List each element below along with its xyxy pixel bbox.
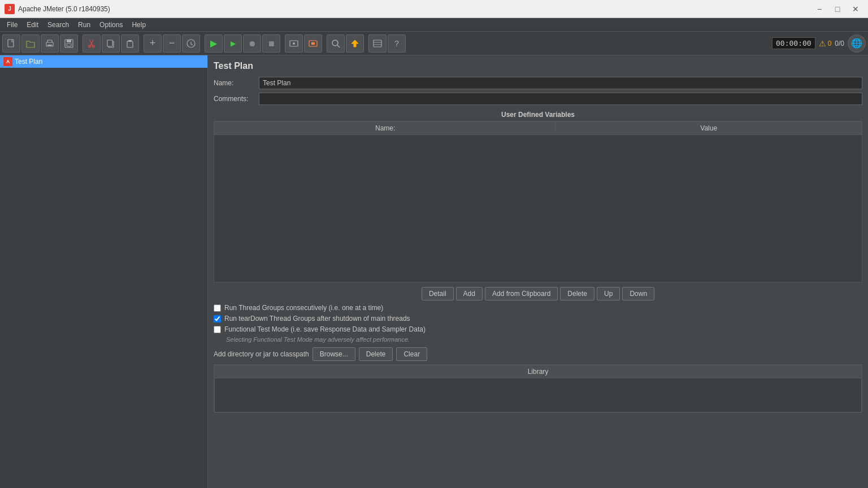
warning-count: 0 <box>828 40 832 47</box>
remote-stop-btn[interactable] <box>304 34 322 53</box>
svg-rect-5 <box>67 43 71 46</box>
app-title: Apache JMeter (5.0 r1840935) <box>18 5 811 13</box>
comments-input[interactable] <box>259 93 862 105</box>
menu-file[interactable]: File <box>2 20 22 30</box>
help-toolbar-btn[interactable]: ? <box>388 34 406 53</box>
new-btn[interactable] <box>2 34 20 53</box>
down-btn[interactable]: Down <box>622 287 654 300</box>
checkbox-row-3: Functional Test Mode (i.e. save Response… <box>214 325 862 333</box>
svg-rect-10 <box>127 41 133 47</box>
save-btn[interactable] <box>60 34 78 53</box>
library-table-container: Library <box>214 364 862 413</box>
main-layout: A Test Plan Test Plan Name: Comments: Us… <box>0 55 868 488</box>
functional-mode-checkbox[interactable] <box>214 326 221 333</box>
name-row: Name: <box>214 77 862 89</box>
list-view-btn[interactable] <box>368 34 387 53</box>
stop-btn[interactable]: ⏺ <box>243 34 261 53</box>
variables-table-container: Name: Value <box>214 121 862 282</box>
maximize-button[interactable]: □ <box>830 3 845 15</box>
panel-title: Test Plan <box>214 61 862 71</box>
functional-warning: Selecting Functional Test Mode may adver… <box>226 336 862 343</box>
detail-btn[interactable]: Detail <box>422 287 454 300</box>
browse-btn[interactable]: Browse... <box>313 347 355 361</box>
menu-options[interactable]: Options <box>95 20 127 30</box>
menu-edit[interactable]: Edit <box>22 20 43 30</box>
svg-rect-18 <box>374 40 381 47</box>
clear-all-btn[interactable] <box>346 34 364 53</box>
print-btn[interactable] <box>41 34 59 53</box>
app-icon: J <box>5 4 15 14</box>
cut-btn[interactable] <box>83 34 101 53</box>
up-btn[interactable]: Up <box>597 287 620 300</box>
copy-btn[interactable] <box>102 34 120 53</box>
svg-rect-11 <box>128 40 132 42</box>
test-plan-icon: A <box>3 57 12 66</box>
remote-indicator: 🌐 <box>848 34 866 53</box>
minimize-button[interactable]: − <box>811 3 827 15</box>
start-remote-btn[interactable]: ▶ <box>224 34 242 53</box>
window-controls: − □ ✕ <box>811 3 863 15</box>
menu-run[interactable]: Run <box>73 20 95 30</box>
paste-btn[interactable] <box>121 34 139 53</box>
col-name-header: Name: <box>215 122 556 135</box>
toolbar: + − ▶ ▶ ⏺ ⏹ ? 00:00:00 ⚠ 0 0/0 🌐 <box>0 32 868 55</box>
tree-item-test-plan[interactable]: A Test Plan <box>0 55 207 68</box>
checkbox-row-2: Run tearDown Thread Groups after shutdow… <box>214 315 862 323</box>
search-toolbar-btn[interactable] <box>327 34 345 53</box>
menu-help[interactable]: Help <box>127 20 150 30</box>
open-btn[interactable] <box>21 34 40 53</box>
classpath-row: Add directory or jar to classpath Browse… <box>214 347 862 361</box>
add-element-btn[interactable]: + <box>144 34 162 53</box>
name-input[interactable] <box>259 77 862 89</box>
delete-classpath-btn[interactable]: Delete <box>359 347 393 361</box>
run-consecutive-checkbox[interactable] <box>214 304 221 312</box>
title-bar: J Apache JMeter (5.0 r1840935) − □ ✕ <box>0 0 868 18</box>
svg-rect-2 <box>47 45 52 46</box>
library-table-body <box>214 378 862 412</box>
run-teardown-label: Run tearDown Thread Groups after shutdow… <box>224 315 410 323</box>
run-consecutive-label: Run Thread Groups consecutively (i.e. on… <box>224 304 383 312</box>
svg-rect-15 <box>311 42 315 45</box>
error-count: 0/0 <box>835 40 844 47</box>
library-col-header: Library <box>215 365 862 378</box>
start-btn[interactable]: ▶ <box>205 34 223 53</box>
delete-var-btn[interactable]: Delete <box>560 287 594 300</box>
sidebar: A Test Plan <box>0 55 208 488</box>
content-area: Test Plan Name: Comments: User Defined V… <box>208 55 868 488</box>
toolbar-right: 00:00:00 ⚠ 0 0/0 🌐 <box>772 34 866 53</box>
shutdown-btn[interactable]: ⏹ <box>262 34 280 53</box>
close-button[interactable]: ✕ <box>848 3 863 15</box>
add-var-btn[interactable]: Add <box>456 287 483 300</box>
functional-mode-label: Functional Test Mode (i.e. save Response… <box>224 325 426 333</box>
timer-display: 00:00:00 <box>772 37 815 49</box>
warning-indicator: ⚠ 0 <box>819 39 832 48</box>
col-value-header: Value <box>556 122 862 135</box>
run-teardown-checkbox[interactable] <box>214 315 221 323</box>
toggle-btn[interactable] <box>182 34 200 53</box>
svg-rect-4 <box>67 40 71 42</box>
svg-rect-9 <box>107 40 112 46</box>
svg-point-13 <box>293 42 295 45</box>
menu-search[interactable]: Search <box>43 20 73 30</box>
tree-item-label: Test Plan <box>15 58 42 66</box>
comments-row: Comments: <box>214 93 862 105</box>
variables-table: Name: Value <box>214 121 862 135</box>
variables-btn-row: Detail Add Add from Clipboard Delete Up … <box>214 287 862 300</box>
user-vars-title: User Defined Variables <box>214 111 862 119</box>
svg-marker-17 <box>351 40 358 47</box>
checkbox-row-1: Run Thread Groups consecutively (i.e. on… <box>214 304 862 312</box>
add-from-clipboard-btn[interactable]: Add from Clipboard <box>485 287 558 300</box>
name-label: Name: <box>214 79 259 87</box>
remote-start-btn[interactable] <box>285 34 303 53</box>
variables-table-body <box>214 135 862 282</box>
classpath-label: Add directory or jar to classpath <box>214 350 309 358</box>
svg-rect-0 <box>8 40 14 47</box>
remove-element-btn[interactable]: − <box>163 34 181 53</box>
comments-label: Comments: <box>214 95 259 103</box>
clear-btn[interactable]: Clear <box>396 347 427 361</box>
library-table: Library <box>214 365 862 378</box>
menu-bar: File Edit Search Run Options Help <box>0 18 868 32</box>
svg-point-16 <box>332 40 338 46</box>
